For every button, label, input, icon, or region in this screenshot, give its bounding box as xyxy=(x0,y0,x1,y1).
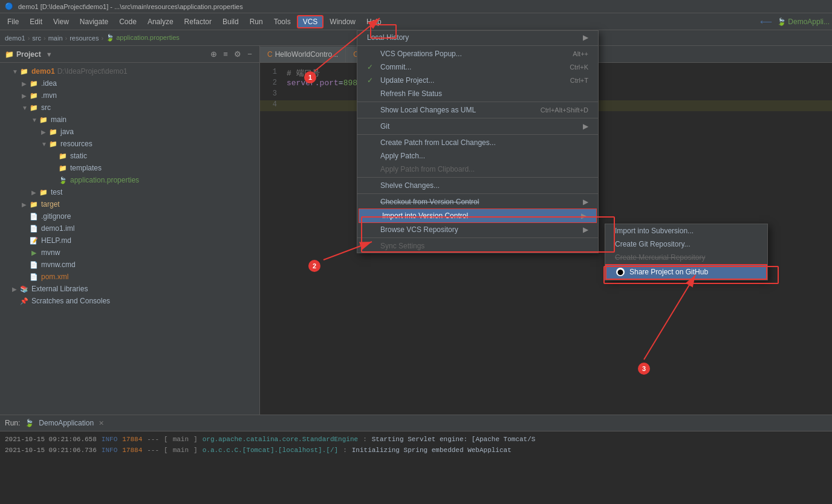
app-icon: 🔵 xyxy=(5,2,13,10)
demo-app-button[interactable]: 🍃 DemoAppli... xyxy=(777,18,830,26)
line-number-1: 1 xyxy=(260,68,284,79)
tree-label-scratches: Scratches and Consoles xyxy=(31,297,110,305)
tree-item-pomxml[interactable]: 📄 pom.xml xyxy=(0,271,259,283)
import-vcs-label: Import into Version Control xyxy=(382,212,468,220)
menu-tools[interactable]: Tools xyxy=(269,16,296,27)
md-icon: 📝 xyxy=(29,236,39,245)
minimize-icon[interactable]: − xyxy=(245,50,255,59)
breadcrumb-main[interactable]: main xyxy=(48,34,63,42)
import-subversion-label: Import into Subversion... xyxy=(615,227,694,235)
menu-refactor[interactable]: Refactor xyxy=(180,16,216,27)
tree-item-static[interactable]: 📁 static xyxy=(0,150,259,162)
tree-item-test[interactable]: ▶ 📁 test xyxy=(0,186,259,198)
collapse-icon[interactable]: ≡ xyxy=(221,50,230,59)
tab-helloworld-icon: C xyxy=(267,50,273,59)
breadcrumb-resources[interactable]: resources xyxy=(70,34,99,42)
import-submenu: Import into Subversion... Create Git Rep… xyxy=(605,224,768,280)
menu-update-project[interactable]: ✓ Update Project... Ctrl+T xyxy=(357,74,598,87)
vcs-dropdown: Local History ▶ VCS Operations Popup... … xyxy=(357,30,599,253)
tree-label-target: target xyxy=(41,200,60,208)
menu-shelve-changes[interactable]: Shelve Changes... xyxy=(357,179,598,192)
menu-help[interactable]: Help xyxy=(362,16,386,27)
run-app-label: DemoApplication xyxy=(39,419,94,427)
tree-item-main[interactable]: ▼ 📁 main xyxy=(0,114,259,126)
tree-item-demo1[interactable]: ▼ 📁 demo1 D:\IdeaProject\demo1 xyxy=(0,65,259,77)
tree-label-mvnw: mvnw xyxy=(41,248,60,257)
sep-5 xyxy=(357,177,598,178)
menu-browse-vcs[interactable]: Browse VCS Repository ▶ xyxy=(357,223,598,236)
menu-refresh-status[interactable]: Refresh File Status xyxy=(357,87,598,100)
sep-6 xyxy=(357,193,598,194)
locate-icon[interactable]: ⊕ xyxy=(209,50,218,59)
create-patch-label: Create Patch from Local Changes... xyxy=(380,138,496,147)
sidebar-title: Project xyxy=(16,50,41,59)
templates-folder-icon: 📁 xyxy=(58,163,68,173)
tree-item-extlib[interactable]: ▶ 📚 External Libraries xyxy=(0,283,259,295)
run-tab-bar: Run: 🍃 DemoApplication ✕ xyxy=(0,415,832,431)
back-button[interactable]: ⟵ xyxy=(760,17,772,27)
menu-import-vcs[interactable]: Import into Version Control ▶ xyxy=(359,208,597,223)
sep-3 xyxy=(357,118,598,118)
tree-item-mvn[interactable]: ▶ 📁 .mvn xyxy=(0,89,259,102)
tree-item-mvnw[interactable]: ▶ mvnw xyxy=(0,247,259,259)
tab-helloworld[interactable]: C HelloWorldContro... xyxy=(260,47,346,62)
breadcrumb-appprops[interactable]: 🍃 application.properties xyxy=(106,34,180,42)
sidebar-header: 📁 Project ▼ ⊕ ≡ ⚙ − xyxy=(0,46,259,63)
menu-git[interactable]: Git ▶ xyxy=(357,120,598,133)
menu-create-patch[interactable]: Create Patch from Local Changes... xyxy=(357,136,598,149)
tree-label-resources: resources xyxy=(60,140,93,148)
tree-item-iml[interactable]: 📄 demo1.iml xyxy=(0,222,259,234)
menu-local-history[interactable]: Local History ▶ xyxy=(357,31,598,44)
commit-check: ✓ xyxy=(367,63,375,71)
menu-checkout-vcs[interactable]: Checkout from Version Control ▶ xyxy=(357,195,598,208)
target-folder-icon: 📁 xyxy=(29,199,39,209)
menu-build[interactable]: Build xyxy=(218,16,244,27)
menu-show-local-changes[interactable]: Show Local Changes as UML Ctrl+Alt+Shift… xyxy=(357,103,598,117)
project-tree: ▼ 📁 demo1 D:\IdeaProject\demo1 ▶ 📁 .idea… xyxy=(0,63,259,415)
tree-item-idea[interactable]: ▶ 📁 .idea xyxy=(0,77,259,89)
breadcrumb-src[interactable]: src xyxy=(32,34,41,42)
sep-2 xyxy=(357,102,598,102)
tree-item-java[interactable]: ▶ 📁 java xyxy=(0,126,259,138)
tree-item-gitignore[interactable]: 📄 .gitignore xyxy=(0,210,259,222)
tree-item-scratches[interactable]: 📌 Scratches and Consoles xyxy=(0,295,259,307)
apply-patch-clipboard-label: Apply Patch from Clipboard... xyxy=(380,165,475,173)
tree-item-mvnwcmd[interactable]: 📄 mvnw.cmd xyxy=(0,259,259,271)
menu-view[interactable]: View xyxy=(48,16,74,27)
run-close-icon[interactable]: ✕ xyxy=(99,419,104,427)
menu-run[interactable]: Run xyxy=(245,16,268,27)
tree-item-src[interactable]: ▼ 📁 src xyxy=(0,102,259,114)
tree-label-java: java xyxy=(60,128,74,136)
tree-item-resources[interactable]: ▼ 📁 resources xyxy=(0,138,259,150)
menu-vcs[interactable]: VCS xyxy=(297,15,324,28)
menu-vcs-popup[interactable]: VCS Operations Popup... Alt++ xyxy=(357,47,598,60)
menu-edit[interactable]: Edit xyxy=(25,16,47,27)
menu-create-git-repo[interactable]: Create Git Repository... xyxy=(605,237,767,251)
create-git-label: Create Git Repository... xyxy=(615,240,691,248)
menu-create-mercurial[interactable]: Create Mercurial Repository xyxy=(605,251,767,264)
tree-item-helpmd[interactable]: 📝 HELP.md xyxy=(0,234,259,247)
menu-navigate[interactable]: Navigate xyxy=(75,16,113,27)
sep-7 xyxy=(357,237,598,238)
menu-analyze[interactable]: Analyze xyxy=(143,16,178,27)
tree-label-templates: templates xyxy=(70,164,102,172)
breadcrumb-demo1[interactable]: demo1 xyxy=(5,34,25,42)
console-line-1: 2021-10-15 09:21:06.658 INFO 17884 --- [… xyxy=(5,434,827,445)
menu-import-subversion[interactable]: Import into Subversion... xyxy=(605,224,767,237)
tree-item-templates[interactable]: 📁 templates xyxy=(0,162,259,174)
sep-1 xyxy=(357,45,598,46)
menu-apply-patch[interactable]: Apply Patch... xyxy=(357,149,598,163)
tree-label-mvn: .mvn xyxy=(41,91,57,100)
tree-item-target[interactable]: ▶ 📁 target xyxy=(0,198,259,210)
settings-icon[interactable]: ⚙ xyxy=(233,50,242,59)
tree-item-appprops[interactable]: 🍃 application.properties xyxy=(0,174,259,186)
line-number-3: 3 xyxy=(260,89,284,100)
tree-label-mvnwcmd: mvnw.cmd xyxy=(41,260,76,269)
menu-window[interactable]: Window xyxy=(325,16,360,27)
browse-vcs-label: Browse VCS Repository xyxy=(380,225,458,234)
menu-code[interactable]: Code xyxy=(114,16,141,27)
menu-commit[interactable]: ✓ Commit... Ctrl+K xyxy=(357,60,598,74)
menu-file[interactable]: File xyxy=(2,16,24,27)
console-area: 2021-10-15 09:21:06.658 INFO 17884 --- [… xyxy=(0,431,832,504)
menu-share-github[interactable]: ⬤ Share Project on GitHub xyxy=(605,264,767,280)
